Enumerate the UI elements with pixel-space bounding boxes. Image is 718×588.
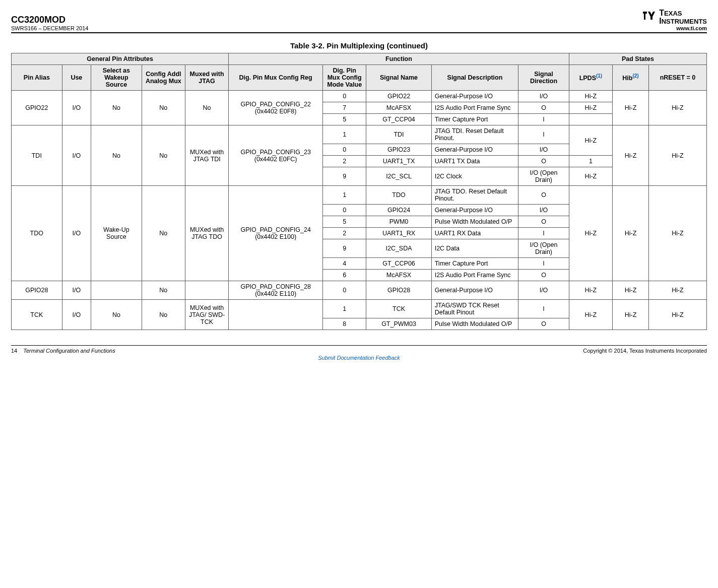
cell-desc: Pulse Width Modulated O/P: [431, 318, 518, 330]
col-analog: Config Addl Analog Mux: [142, 65, 185, 91]
cell-jtag: MUXed with JTAG TDI: [185, 125, 228, 186]
cell-mode: 1: [323, 186, 366, 205]
cell-signal: McAFSX: [366, 270, 431, 281]
cell-desc: UART1 TX Data: [431, 156, 518, 167]
cell-wakeup: [91, 281, 142, 300]
cell-dir: O: [518, 156, 569, 167]
col-mode: Dig. Pin Mux Config Mode Value: [323, 65, 366, 91]
cell-dir: I/O (Open Drain): [518, 167, 569, 186]
cell-mode: 5: [323, 114, 366, 125]
cell-alias: TCK: [12, 300, 62, 330]
cell-lpds: Hi-Z: [569, 281, 612, 300]
cell-desc: I2S Audio Port Frame Sync: [431, 102, 518, 114]
cell-dir: O: [518, 216, 569, 228]
cell-signal: I2C_SCL: [366, 167, 431, 186]
cell-hib: Hi-Z: [613, 300, 649, 330]
cell-desc: General-Purpose I/O: [431, 91, 518, 102]
cell-desc: UART1 RX Data: [431, 228, 518, 239]
cell-wakeup: Wake-Up Source: [91, 186, 142, 281]
cell-dir: I: [518, 228, 569, 239]
ti-url[interactable]: www.ti.com: [642, 25, 707, 31]
cell-signal: I2C_SDA: [366, 239, 431, 258]
cell-lpds: Hi-Z: [569, 186, 612, 281]
cell-mode: 0: [323, 144, 366, 156]
cell-signal: GPIO28: [366, 281, 431, 300]
cell-hib: Hi-Z: [613, 125, 649, 186]
cell-signal: TDO: [366, 186, 431, 205]
cell-alias: TDI: [12, 125, 62, 186]
cell-dir: I/O: [518, 144, 569, 156]
cell-lpds: Hi-Z: [569, 125, 612, 156]
group-pad-states: Pad States: [569, 53, 706, 65]
cell-signal: GPIO22: [366, 91, 431, 102]
cell-hib: Hi-Z: [613, 186, 649, 281]
cell-reg: GPIO_PAD_CONFIG_24 (0x4402 E100): [229, 186, 323, 281]
col-jtag: Muxed with JTAG: [185, 65, 228, 91]
cell-mode: 0: [323, 281, 366, 300]
cell-nreset: Hi-Z: [648, 125, 706, 186]
cell-alias: GPIO28: [12, 281, 62, 300]
cell-wakeup: No: [91, 125, 142, 186]
cell-mode: 1: [323, 300, 366, 318]
cell-reg: GPIO_PAD_CONFIG_23 (0x4402 E0FC): [229, 125, 323, 186]
feedback-link[interactable]: Submit Documentation Feedback: [318, 355, 400, 361]
copyright: Copyright © 2014, Texas Instruments Inco…: [583, 348, 707, 354]
table-row: TCK I/O No No MUXed with JTAG/ SWD-TCK 1…: [12, 300, 707, 318]
cell-dir: I: [518, 300, 569, 318]
cell-mode: 9: [323, 239, 366, 258]
cell-use: I/O: [62, 281, 91, 300]
cell-jtag: MUXed with JTAG TDO: [185, 186, 228, 281]
cell-lpds: [569, 114, 612, 125]
cell-alias: GPIO22: [12, 91, 62, 125]
cell-mode: 9: [323, 167, 366, 186]
cell-jtag: MUXed with JTAG/ SWD-TCK: [185, 300, 228, 330]
cell-mode: 1: [323, 125, 366, 144]
feedback-link-wrapper: Submit Documentation Feedback: [11, 355, 707, 361]
col-signal-dir: Signal Direction: [518, 65, 569, 91]
table-row: TDO I/O Wake-Up Source No MUXed with JTA…: [12, 186, 707, 205]
cell-reg: GPIO_PAD_CONFIG_28 (0x4402 E110): [229, 281, 323, 300]
cell-desc: Pulse Width Modulated O/P: [431, 216, 518, 228]
cell-lpds: Hi-Z: [569, 102, 612, 114]
cell-mode: 0: [323, 205, 366, 216]
cell-alias: TDO: [12, 186, 62, 281]
cell-desc: JTAG/SWD TCK Reset Default Pinout: [431, 300, 518, 318]
pin-mux-table: General Pin Attributes Function Pad Stat…: [11, 53, 707, 330]
cell-desc: I2C Data: [431, 239, 518, 258]
cell-wakeup: No: [91, 91, 142, 125]
col-reg: Dig. Pin Mux Config Reg: [229, 65, 323, 91]
cell-analog: No: [142, 125, 185, 186]
cell-signal: GPIO23: [366, 144, 431, 156]
cell-use: I/O: [62, 300, 91, 330]
cell-signal: TDI: [366, 125, 431, 144]
cell-lpds: 1: [569, 156, 612, 167]
col-signal-desc: Signal Description: [431, 65, 518, 91]
cell-desc: I2C Clock: [431, 167, 518, 186]
cell-signal: UART1_RX: [366, 228, 431, 239]
cell-reg: GPIO_PAD_CONFIG_22 (0x4402 E0F8): [229, 91, 323, 125]
cell-lpds: Hi-Z: [569, 300, 612, 330]
col-wakeup: Select as Wakeup Source: [91, 65, 142, 91]
cell-signal: GT_CCP06: [366, 258, 431, 270]
cell-lpds: Hi-Z: [569, 167, 612, 186]
cell-mode: 6: [323, 270, 366, 281]
table-row: GPIO22 I/O No No No GPIO_PAD_CONFIG_22 (…: [12, 91, 707, 102]
product-name: CC3200MOD: [11, 15, 88, 25]
cell-mode: 5: [323, 216, 366, 228]
table-body: GPIO22 I/O No No No GPIO_PAD_CONFIG_22 (…: [12, 91, 707, 330]
cell-desc: I2S Audio Port Frame Sync: [431, 270, 518, 281]
cell-use: I/O: [62, 91, 91, 125]
header-left: CC3200MOD SWRS166 – DECEMBER 2014: [11, 15, 88, 31]
cell-analog: No: [142, 186, 185, 281]
cell-dir: I/O: [518, 205, 569, 216]
cell-jtag: [185, 281, 228, 300]
cell-lpds: Hi-Z: [569, 91, 612, 102]
cell-mode: 2: [323, 228, 366, 239]
cell-mode: 0: [323, 91, 366, 102]
group-general: General Pin Attributes: [12, 53, 229, 65]
table-row: GPIO28 I/O No GPIO_PAD_CONFIG_28 (0x4402…: [12, 281, 707, 300]
cell-signal: UART1_TX: [366, 156, 431, 167]
cell-desc: JTAG TDI. Reset Default Pinout.: [431, 125, 518, 144]
section-name: Terminal Configuration and Functions: [23, 348, 115, 354]
cell-signal: GPIO24: [366, 205, 431, 216]
